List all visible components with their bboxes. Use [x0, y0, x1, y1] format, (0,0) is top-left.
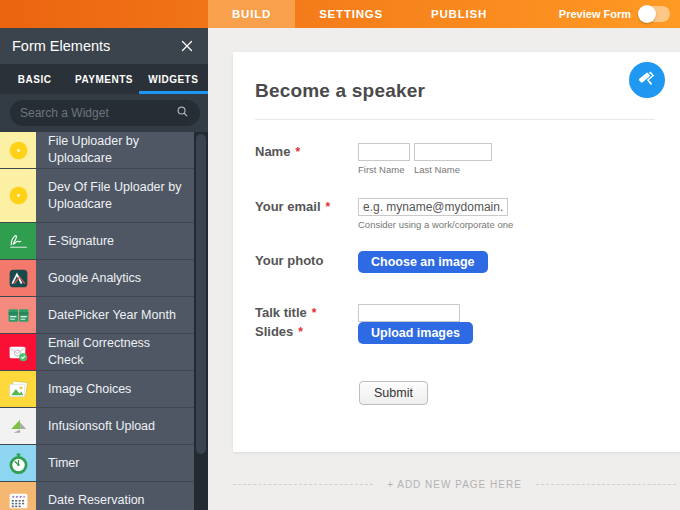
- field-label: Name*: [255, 142, 358, 159]
- field-control: First NameLast Name: [358, 142, 492, 175]
- datepicker-icon: [0, 297, 36, 333]
- input-sublabel: Last Name: [414, 164, 492, 175]
- widget-item-datepicker-year-month[interactable]: DatePicker Year Month: [0, 297, 194, 334]
- field-label-text: Slides: [255, 324, 293, 339]
- name-inputs: First NameLast Name: [358, 142, 492, 175]
- sidebar-tab-widgets[interactable]: WIDGETS: [139, 64, 208, 94]
- last-name-input[interactable]: [414, 143, 492, 161]
- widget-label: Date Reservation: [36, 482, 194, 510]
- dashed-line-right: [536, 484, 676, 485]
- form-card: Become a speaker Name*First NameLast Nam…: [233, 52, 680, 452]
- uploadcare-icon: [0, 169, 36, 222]
- topbar-tab-publish[interactable]: PUBLISH: [407, 0, 511, 28]
- submit-button[interactable]: Submit: [359, 381, 428, 405]
- talk-title-input[interactable]: [358, 304, 460, 322]
- infusionsoft-icon: [0, 408, 36, 444]
- field-label-text: Talk title: [255, 305, 307, 320]
- sidebar-tab-payments[interactable]: PAYMENTS: [69, 64, 138, 94]
- field-control: Consider using a work/corporate one: [358, 197, 513, 230]
- sidebar-tab-basic[interactable]: BASIC: [0, 64, 69, 94]
- sidebar-scrollbar: [194, 132, 208, 510]
- timer-icon: [0, 445, 36, 481]
- form-designer-button[interactable]: [629, 62, 665, 98]
- search-input[interactable]: [20, 106, 175, 120]
- field-label: Slides*: [255, 322, 358, 339]
- field-label-text: Your photo: [255, 253, 323, 268]
- form-elements-panel: Form Elements BASICPAYMENTSWIDGETS File …: [0, 28, 208, 510]
- widget-label: E-Signature: [36, 223, 194, 259]
- field-label: Your email*: [255, 197, 358, 214]
- topbar-tab-settings[interactable]: SETTINGS: [295, 0, 407, 28]
- input-sublabel: Consider using a work/corporate one: [358, 219, 513, 230]
- upload-images-button[interactable]: Upload images: [358, 322, 473, 344]
- first-name-input[interactable]: [358, 143, 410, 161]
- widget-item-google-analytics[interactable]: Google Analytics: [0, 260, 194, 297]
- form-title[interactable]: Become a speaker: [255, 80, 655, 102]
- required-star: *: [312, 306, 317, 320]
- date-reservation-icon: [0, 482, 36, 510]
- dashed-line-left: [233, 484, 373, 485]
- name-col: First Name: [358, 142, 410, 175]
- field-slides[interactable]: Slides*Upload images: [255, 322, 655, 344]
- title-divider: [255, 119, 655, 120]
- widget-label: File Uploader by Uploadcare: [36, 132, 194, 168]
- email-check-icon: [0, 334, 36, 370]
- widget-item-infusionsoft-upload[interactable]: Infusionsoft Upload: [0, 408, 194, 445]
- widget-label: Image Choices: [36, 371, 194, 407]
- search-icon: [175, 104, 190, 123]
- widget-list: File Uploader by UploadcareDev Of File U…: [0, 132, 208, 510]
- form-fields: Name*First NameLast NameYour email*Consi…: [255, 142, 655, 344]
- preview-form-label: Preview Form: [559, 8, 631, 20]
- widget-label: DatePicker Year Month: [36, 297, 194, 333]
- field-label-text: Name: [255, 144, 290, 159]
- preview-form-toggle[interactable]: [638, 6, 670, 22]
- widget-label: Dev Of File Uploader by Uploadcare: [36, 169, 194, 222]
- toggle-knob: [638, 5, 656, 23]
- analytics-icon: [0, 260, 36, 296]
- widget-label: Email Correctness Check: [36, 334, 194, 370]
- field-talk-title[interactable]: Talk title*: [255, 303, 655, 322]
- panel-title: Form Elements: [12, 38, 110, 54]
- widget-item-e-signature[interactable]: E-Signature: [0, 223, 194, 260]
- scrollbar-thumb[interactable]: [196, 134, 206, 454]
- field-label-text: Your email: [255, 199, 321, 214]
- input-sublabel: First Name: [358, 164, 410, 175]
- field-control: Choose an image: [358, 251, 488, 273]
- your-email-input[interactable]: [358, 198, 508, 216]
- signature-icon: [0, 223, 36, 259]
- sidebar-tabs: BASICPAYMENTSWIDGETS: [0, 64, 208, 94]
- widget-item-dev-of-file-uploader-by-uploadcare[interactable]: Dev Of File Uploader by Uploadcare: [0, 169, 194, 223]
- add-new-page-divider: + ADD NEW PAGE HERE: [208, 474, 680, 494]
- uploadcare-icon: [0, 132, 36, 168]
- widget-label: Timer: [36, 445, 194, 481]
- widget-label: Google Analytics: [36, 260, 194, 296]
- close-icon[interactable]: [178, 37, 196, 55]
- name-col: Last Name: [414, 142, 492, 175]
- widget-item-file-uploader-by-uploadcare[interactable]: File Uploader by Uploadcare: [0, 132, 194, 169]
- field-your-email[interactable]: Your email*Consider using a work/corpora…: [255, 197, 655, 230]
- field-your-photo[interactable]: Your photoChoose an image: [255, 251, 655, 273]
- widget-item-timer[interactable]: Timer: [0, 445, 194, 482]
- widget-label: Infusionsoft Upload: [36, 408, 194, 444]
- widget-search-box: [10, 100, 200, 126]
- widget-item-date-reservation[interactable]: Date Reservation: [0, 482, 194, 510]
- field-label: Your photo: [255, 251, 358, 268]
- widget-item-email-correctness-check[interactable]: Email Correctness Check: [0, 334, 194, 371]
- field-control: [358, 303, 460, 322]
- choose-an-image-button[interactable]: Choose an image: [358, 251, 488, 273]
- field-name[interactable]: Name*First NameLast Name: [255, 142, 655, 175]
- add-new-page-button[interactable]: + ADD NEW PAGE HERE: [373, 479, 536, 490]
- image-choices-icon: [0, 371, 36, 407]
- field-control: Upload images: [358, 322, 473, 344]
- widget-item-image-choices[interactable]: Image Choices: [0, 371, 194, 408]
- form-canvas: Become a speaker Name*First NameLast Nam…: [208, 28, 680, 510]
- topbar-tabs: BUILDSETTINGSPUBLISH: [208, 0, 511, 28]
- required-star: *: [298, 325, 303, 339]
- top-navigation-bar: BUILDSETTINGSPUBLISH Preview Form: [0, 0, 680, 28]
- field-label: Talk title*: [255, 303, 358, 320]
- paint-roller-icon: [636, 68, 658, 93]
- required-star: *: [295, 145, 300, 159]
- topbar-tab-build[interactable]: BUILD: [208, 0, 295, 28]
- required-star: *: [326, 200, 331, 214]
